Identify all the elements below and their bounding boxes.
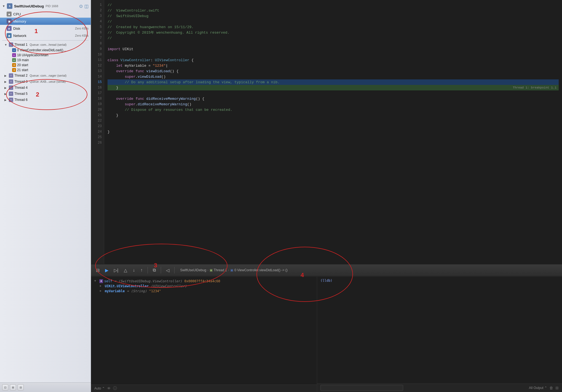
cpu-icon: ■ [7,12,12,17]
debug-breadcrumb: SwiftUseUIDebug › ▣ Thread 1 › ▣ 0 ViewC… [180,268,288,272]
disk-stat: Zero KB/s [75,27,89,30]
thread3-header[interactable]: ▶ T Thread 3 Queue: AXB...ueue (serial) [0,79,91,85]
sidebar-bottom-btn2[interactable]: ⊞ [10,384,16,390]
thread2-header[interactable]: ▶ T Thread 2 Queue: com...nager (serial) [0,73,91,79]
info-icon[interactable]: ⓘ [113,386,117,391]
network-label: Network [13,34,26,38]
thread3-icon: T [9,79,13,84]
var-myvariable[interactable]: ▶ myVariable = (String) "1234" [94,289,314,294]
var-self[interactable]: ▼ A self = (SwiftUseUIDebug.ViewControll… [94,279,314,284]
thread5-header[interactable]: ▶ T Thread 5 [0,91,91,97]
thread5-icon: T [9,92,13,96]
ln15: 15 [91,79,104,85]
var-uivc-type: (UIViewController) [151,284,187,288]
auto-label[interactable]: Auto ⌃ [94,386,105,390]
code-line-25 [108,135,559,140]
frame18[interactable]: U 18 UIApplicationMain [0,53,91,58]
debug-btn-step-into[interactable]: △ [122,267,129,274]
thread3-queue: Queue: AXB...ueue (serial) [30,80,66,83]
console-content: (lldb) [317,276,562,383]
frame21[interactable]: ⚙ 21 start [0,68,91,73]
right-area: 1 2 3 4 5 6 7 8 9 10 11 12 13 14 15 16 1 [91,0,562,392]
frame0-icon: V [12,48,16,52]
sidebar-bottom: ⊡ ⊞ ⊟ [0,382,91,392]
debug-btn-step-over[interactable]: ▷| [112,267,120,274]
thread4-arrow: ▶ [4,86,8,89]
var-uiviewcontroller[interactable]: ▶ UIKit.UIViewController (UIViewControll… [94,284,314,289]
frame0[interactable]: V 0 ViewController.viewDidLoad()... [0,48,91,53]
debug-btn-step-out-down[interactable]: ↓ [131,267,137,274]
grid-icon[interactable]: ⊞ [555,386,559,390]
sidebar-item-cpu[interactable]: ■ CPU [0,10,91,18]
frame19[interactable]: m 19 main [0,58,91,63]
thread4-header[interactable]: ▶ T Thread 4 [0,85,91,91]
frame20-icon: ⚙ [12,63,16,67]
var-self-name: self [104,279,112,283]
var-uivc-expand: ▶ [100,284,104,287]
breadcrumb-thread: Thread 1 [214,268,227,272]
disk-label: Disk [13,26,20,31]
ln18: 18 [91,96,104,101]
sidebar-item-disk[interactable]: ◈ Disk Zero KB/s [0,25,91,32]
bottom-panels: ▼ A self = (SwiftUseUIDebug.ViewControll… [91,276,562,392]
variables-panel: ▼ A self = (SwiftUseUIDebug.ViewControll… [91,276,317,392]
code-line-8 [108,41,559,46]
variables-panel-bottom: Auto ⌃ 👁 ⓘ [91,385,317,392]
code-line-7: // [108,35,559,41]
breadcrumb-frame: 0 ViewController.viewDidLoad() -> () [234,268,288,272]
sidebar-item-memory[interactable]: ▣ Memory [0,18,91,25]
ln20: 20 [91,107,104,112]
code-line-18: override func didReceiveMemoryWarning() … [108,96,559,101]
debug-btn-pause[interactable]: ⊟ [94,267,101,274]
ln8: 8 [91,41,104,46]
ln2: 2 [91,8,104,13]
step-icon[interactable]: ◫ [84,4,89,9]
debug-btn-view[interactable]: ⧉ [151,267,157,274]
code-line-23 [108,123,559,129]
code-line-4: // [108,19,559,24]
frame21-label: 21 start [17,68,28,72]
thread6-header[interactable]: ▶ T Thread 6 [0,97,91,103]
eye-icon[interactable]: 👁 [107,386,111,391]
cpu-label: CPU [13,12,21,16]
pause-icon[interactable]: ⊙ [79,4,83,9]
code-line-16: }Thread 1: breakpoint 1.1 [108,85,559,90]
thread2-icon: T [9,73,13,78]
breadcrumb-sep1: › [207,268,208,272]
debug-btn-step-out-up[interactable]: ↑ [139,267,144,274]
sidebar-bottom-btn3[interactable]: ⊟ [18,384,24,390]
code-line-11: class ViewController: UIViewController { [108,57,559,63]
code-line-26 [108,140,559,146]
console-input[interactable] [320,385,403,391]
breadcrumb-sep2: › [228,268,229,272]
code-line-12: let myVariable = "1234"| [108,63,559,68]
code-line-9: import UIKit [108,46,559,52]
thread1-header[interactable]: ▼ T Thread 1 Queue: com...hread (serial) [0,42,91,48]
code-text: // // ViewController.swift // SwiftUseUI… [104,0,562,264]
var-self-value: 0x00007ff4c34a4c60 [184,279,220,283]
ln17: 17 [91,90,104,96]
ln14: 14 [91,74,104,79]
app-header: ▼ S SwiftUseUIDebug PID 1668 ⊙ ◫ [0,1,91,10]
var-self-expand: ▼ [94,279,98,282]
debug-btn-continue[interactable]: ▶ [103,267,110,274]
toolbar-separator3 [174,267,175,273]
thread1-arrow: ▼ [4,43,8,46]
frame18-icon: U [12,53,16,57]
code-line-1: // [108,2,559,8]
sidebar: ▼ S SwiftUseUIDebug PID 1668 ⊙ ◫ ■ CPU ▣… [0,0,91,392]
frame21-icon: ⚙ [12,68,16,72]
thread3-label: Thread 3 [14,80,28,84]
trash-icon[interactable]: 🗑 [549,386,553,390]
thread3-arrow: ▶ [4,80,8,83]
debug-btn-location[interactable]: ◁ [164,267,171,274]
ln9: 9 [91,46,104,52]
sidebar-item-network[interactable]: ◉ Network Zero KB/s [0,32,91,39]
sidebar-bottom-btn1[interactable]: ⊡ [2,384,8,390]
toolbar-separator1 [148,267,148,273]
var-self-icon: A [99,279,103,283]
all-output-label[interactable]: All Output ⌃ [529,386,547,390]
frame20[interactable]: ⚙ 20 start [0,63,91,68]
memory-label: Memory [13,19,26,23]
ln11: 11 [91,57,104,63]
